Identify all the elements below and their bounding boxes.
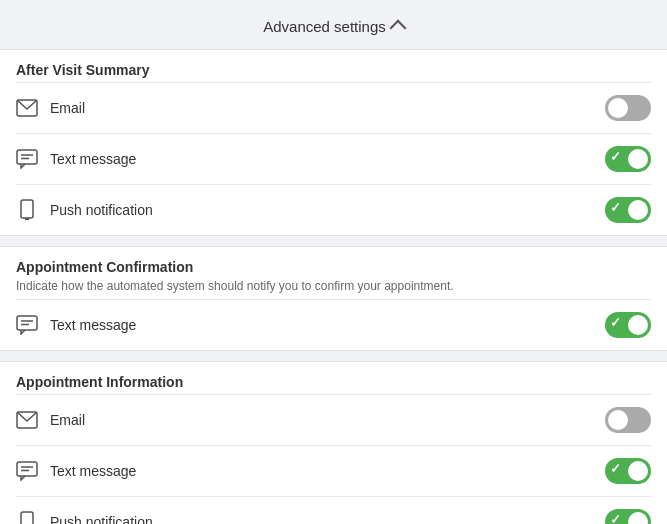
svg-rect-10 <box>17 462 37 476</box>
push-icon-ai-push <box>16 511 38 524</box>
sms-icon-ai-text <box>16 460 38 482</box>
chevron-up-icon <box>389 20 406 37</box>
setting-label-ac-text: Text message <box>50 317 136 333</box>
email-icon-avs-email <box>16 97 38 119</box>
toggle-ai-email[interactable]: ✓ <box>605 407 651 433</box>
setting-label-avs-push: Push notification <box>50 202 153 218</box>
setting-left-ai-text: Text message <box>16 460 136 482</box>
page: Advanced settings After Visit Summary Em… <box>0 0 667 524</box>
svg-rect-6 <box>17 316 37 330</box>
setting-label-ai-push: Push notification <box>50 514 153 524</box>
advanced-settings-title: Advanced settings <box>263 18 386 35</box>
email-icon-ai-email <box>16 409 38 431</box>
setting-row-avs-text: Text message ✓ <box>16 133 651 184</box>
toggle-ai-text[interactable]: ✓ <box>605 458 651 484</box>
setting-row-avs-email: Email ✓ <box>16 82 651 133</box>
setting-row-ai-push: Push notification ✓ <box>16 496 651 524</box>
setting-row-avs-push: Push notification ✓ <box>16 184 651 235</box>
setting-row-ac-text: Text message ✓ <box>16 299 651 350</box>
toggle-ac-text[interactable]: ✓ <box>605 312 651 338</box>
section-subtitle-appointment-confirmation: Indicate how the automated system should… <box>16 279 651 299</box>
sms-icon-ac-text <box>16 314 38 336</box>
setting-left-ai-email: Email <box>16 409 85 431</box>
toggle-avs-email[interactable]: ✓ <box>605 95 651 121</box>
push-icon-avs-push <box>16 199 38 221</box>
svg-rect-13 <box>21 512 33 524</box>
setting-label-ai-email: Email <box>50 412 85 428</box>
setting-row-ai-text: Text message ✓ <box>16 445 651 496</box>
svg-rect-4 <box>21 200 33 218</box>
section-title-after-visit-summary: After Visit Summary <box>16 50 651 82</box>
setting-label-avs-text: Text message <box>50 151 136 167</box>
section-title-appointment-confirmation: Appointment Confirmation <box>16 247 651 279</box>
setting-label-avs-email: Email <box>50 100 85 116</box>
sms-icon-avs-text <box>16 148 38 170</box>
toggle-avs-text[interactable]: ✓ <box>605 146 651 172</box>
setting-row-ai-email: Email ✓ <box>16 394 651 445</box>
section-appointment-confirmation: Appointment ConfirmationIndicate how the… <box>0 246 667 351</box>
section-title-appointment-information: Appointment Information <box>16 362 651 394</box>
setting-left-avs-email: Email <box>16 97 85 119</box>
toggle-ai-push[interactable]: ✓ <box>605 509 651 524</box>
setting-label-ai-text: Text message <box>50 463 136 479</box>
svg-rect-1 <box>17 150 37 164</box>
toggle-avs-push[interactable]: ✓ <box>605 197 651 223</box>
setting-left-avs-push: Push notification <box>16 199 153 221</box>
advanced-settings-header[interactable]: Advanced settings <box>0 10 667 49</box>
section-appointment-information: Appointment Information Email ✓ Text mes… <box>0 361 667 524</box>
section-after-visit-summary: After Visit Summary Email ✓ Text message <box>0 49 667 236</box>
setting-left-ai-push: Push notification <box>16 511 153 524</box>
setting-left-avs-text: Text message <box>16 148 136 170</box>
setting-left-ac-text: Text message <box>16 314 136 336</box>
